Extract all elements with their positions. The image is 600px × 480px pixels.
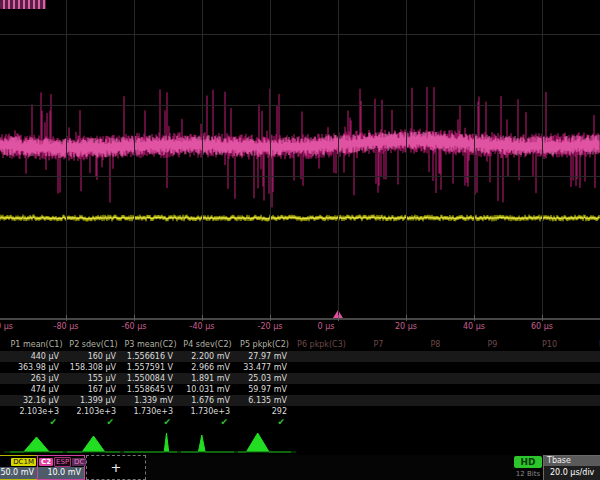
measurement-cell: 6.135 mV [236,396,287,406]
measurement-cell: 1.550084 V [122,374,173,384]
measurement-cell: 1.891 mV [179,374,230,384]
measurement-cell: 440 µV [8,352,59,362]
gridline-horizontal [0,34,600,35]
measurement-column-header[interactable]: P5 pkpk(C2) [232,340,297,350]
measurement-row: 32.16 µV1.399 µV1.339 mV1.676 mV6.135 mV [0,395,600,406]
time-axis-label: -80 µs [36,322,96,331]
measurement-cell: 2.103e+3 [65,407,116,417]
measurement-cell: 1.676 mV [179,396,230,406]
measurement-cell: 1.556616 V [122,352,173,362]
measurement-column-header[interactable]: P10 [517,340,582,350]
measurement-cell: 10.031 mV [179,385,230,395]
channel-c2-descriptor[interactable]: C2 ESP DC1M 10.0 mV [37,455,85,480]
histicon-row [0,431,600,454]
status-check-icon: ✔ [65,417,114,428]
measurement-cell: 27.97 mV [236,352,287,362]
oscilloscope-screen: -100 µs-80 µs-60 µs-40 µs-20 µs0 µs20 µs… [0,0,600,480]
measurement-cell: 155 µV [65,374,116,384]
measurement-table: P1 mean(C1)P2 sdev(C1)P3 mean(C2)P4 sdev… [0,338,600,432]
measurement-cell: 2.103e+3 [8,407,59,417]
measurement-status-row: ✔✔✔✔✔ [0,417,600,428]
timebase-title: Tbase [544,456,600,466]
gridline-horizontal [0,247,600,248]
measurement-cell: 292 [236,407,287,417]
time-axis-label: -60 µs [104,322,164,331]
gridline-vertical [66,0,67,318]
measurement-row: 440 µV160 µV1.556616 V2.200 mV27.97 mV [0,351,600,362]
gridline-horizontal [0,176,600,177]
time-axis-label: 0 µs [296,322,356,331]
descriptor-bar: DC1M 50.0 mV C2 ESP DC1M 10.0 mV + HD 12… [0,455,600,480]
measurement-cell: 2.200 mV [179,352,230,362]
measurement-cell: 1.339 mV [122,396,173,406]
c1-vdiv-value: 50.0 mV [0,467,37,479]
gridline-vertical [406,0,407,318]
measurement-cell: 363.98 µV [8,363,59,373]
measurement-cell: 59.97 mV [236,385,287,395]
gridline-vertical [134,0,135,318]
c2-vdiv-value: 10.0 mV [38,467,84,479]
gridline-horizontal [0,105,600,106]
waveform-grid [0,0,600,322]
channel-c1-descriptor[interactable]: DC1M 50.0 mV [0,455,38,480]
measurement-cell: 25.03 mV [236,374,287,384]
measurement-column-header[interactable]: P4 sdev(C2) [175,340,240,350]
measurement-column-header[interactable]: P11 [574,340,600,350]
measurement-column-header[interactable]: P1 mean(C1) [4,340,69,350]
measurement-cell: 1.399 µV [65,396,116,406]
measurement-row: 263 µV155 µV1.550084 V1.891 mV25.03 mV [0,373,600,384]
measurement-cell: 158.308 µV [65,363,116,373]
measurement-cell: 1.558645 V [122,385,173,395]
gridline-vertical [474,0,475,318]
time-axis-label: 60 µs [512,322,572,331]
time-axis-label: -100 µs [0,322,28,331]
measurement-row: 474 µV167 µV1.558645 V10.031 mV59.97 mV [0,384,600,395]
time-axis-label: 20 µs [376,322,436,331]
status-check-icon: ✔ [122,417,171,428]
measurement-cell: 160 µV [65,352,116,362]
measurement-column-header[interactable]: P6 pkpk(C3) [289,340,354,350]
measurement-cell: 1.557591 V [122,363,173,373]
c2-label-badge: C2 [39,458,53,466]
measurement-column-header[interactable]: P3 mean(C2) [118,340,183,350]
status-check-icon: ✔ [179,417,228,428]
time-axis: -100 µs-80 µs-60 µs-40 µs-20 µs0 µs20 µs… [0,321,600,335]
time-axis-label: -20 µs [240,322,300,331]
waveform-canvas [0,0,600,322]
hd-mode-badge: HD [514,456,542,468]
measurement-row: 2.103e+32.103e+31.730e+31.730e+3292 [0,406,600,417]
measurement-cell: 474 µV [8,385,59,395]
measurement-column-header[interactable]: P7 [346,340,411,350]
measurement-cell: 1.730e+3 [179,407,230,417]
c2-esp-badge: ESP [54,457,71,467]
timebase-descriptor[interactable]: Tbase 20.0 µs/div [543,455,600,480]
measurement-cell: 2.966 mV [179,363,230,373]
measurement-column-header[interactable]: P9 [460,340,525,350]
gridline-vertical [338,0,339,318]
measurement-cell: 33.477 mV [236,363,287,373]
c1-coupling-badge: DC1M [11,458,36,466]
time-axis-label: -40 µs [172,322,232,331]
time-axis-line [0,318,600,320]
histicon-shape [10,433,291,452]
measurement-column-header[interactable]: P8 [403,340,468,350]
gridline-vertical [270,0,271,318]
gridline-vertical [202,0,203,318]
add-trace-button[interactable]: + [86,455,146,480]
status-check-icon: ✔ [8,417,57,428]
measurement-cell: 263 µV [8,374,59,384]
timebase-value: 20.0 µs/div [544,466,600,480]
top-left-trace-label [0,0,46,9]
gridline-vertical [542,0,543,318]
measurement-cell: 32.16 µV [8,396,59,406]
histicon-canvas [0,431,600,454]
status-check-icon: ✔ [236,417,285,428]
measurement-row: 363.98 µV158.308 µV1.557591 V2.966 mV33.… [0,362,600,373]
measurement-cell: 1.730e+3 [122,407,173,417]
time-axis-label: 40 µs [444,322,504,331]
measurement-cell: 167 µV [65,385,116,395]
measurement-column-header[interactable]: P2 sdev(C1) [61,340,126,350]
